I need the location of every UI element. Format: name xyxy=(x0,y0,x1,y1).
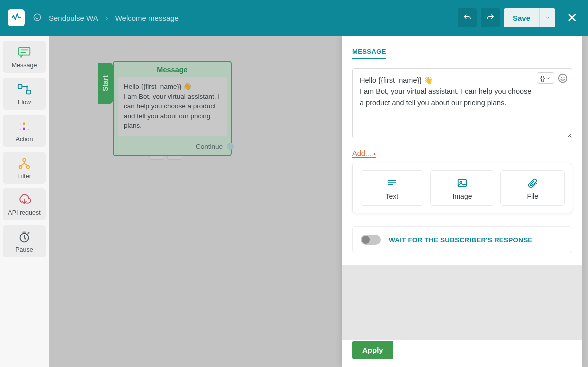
add-image-label: Image xyxy=(453,192,472,200)
tool-pause[interactable]: Pause xyxy=(3,225,46,257)
toolbox: Message Flow Action Filter API request P… xyxy=(0,36,49,367)
start-tag: Start xyxy=(98,63,113,104)
node-title: Message xyxy=(114,62,231,77)
redo-button[interactable] xyxy=(481,8,500,27)
connection-handle[interactable] xyxy=(227,143,234,150)
wait-response-toggle[interactable] xyxy=(361,235,381,245)
tool-filter[interactable]: Filter xyxy=(3,152,46,184)
emoji-picker-button[interactable] xyxy=(557,73,568,84)
tool-message[interactable]: Message xyxy=(3,41,46,73)
tool-message-label: Message xyxy=(12,62,37,69)
tool-api-request[interactable]: API request xyxy=(3,188,46,220)
tool-api-label: API request xyxy=(8,209,40,216)
add-image-option[interactable]: Image xyxy=(430,170,495,206)
close-button[interactable]: ✕ xyxy=(564,10,580,26)
svg-point-17 xyxy=(564,77,565,78)
tool-flow-label: Flow xyxy=(18,99,31,106)
svg-point-15 xyxy=(559,74,567,82)
whatsapp-icon xyxy=(33,13,42,23)
save-button[interactable]: Save xyxy=(504,8,539,27)
add-options: Text Image File xyxy=(352,163,572,213)
tool-flow[interactable]: Flow xyxy=(3,78,46,110)
breadcrumb-flow[interactable]: Welcome message xyxy=(112,12,182,24)
apply-button[interactable]: Apply xyxy=(352,341,393,359)
tool-pause-label: Pause xyxy=(15,246,33,253)
header-actions: Save ✕ xyxy=(458,8,580,27)
caret-up-icon: ▴ xyxy=(373,151,376,156)
svg-point-0 xyxy=(34,14,41,21)
add-text-label: Text xyxy=(385,192,398,200)
svg-rect-8 xyxy=(23,128,25,130)
edit-panel: MESSAGE Hello {{first_name}} 👋 I am Bot,… xyxy=(342,36,582,367)
message-node[interactable]: Start Message Hello {{first_name}} 👋 I a… xyxy=(113,61,232,156)
main-area: Message Flow Action Filter API request P… xyxy=(0,36,588,367)
svg-rect-4 xyxy=(18,85,22,89)
svg-point-16 xyxy=(561,77,562,78)
svg-rect-7 xyxy=(23,123,25,125)
add-file-label: File xyxy=(527,192,538,200)
tool-action[interactable]: Action xyxy=(3,115,46,147)
svg-rect-21 xyxy=(458,180,467,187)
node-footer: Continue xyxy=(114,140,231,155)
add-block-toggle[interactable]: Add... ▴ xyxy=(352,149,376,158)
undo-button[interactable] xyxy=(458,8,477,27)
add-label: Add... xyxy=(352,149,371,157)
save-dropdown-caret[interactable] xyxy=(539,8,555,27)
breadcrumb-separator: › xyxy=(105,13,108,23)
tool-filter-label: Filter xyxy=(17,173,31,180)
insert-variable-button[interactable]: {} xyxy=(537,72,554,84)
svg-point-11 xyxy=(27,166,30,169)
tool-action-label: Action xyxy=(16,136,33,143)
wait-response-row: WAIT FOR THE SUBSCRIBER'S RESPONSE xyxy=(352,226,572,253)
panel-tab-message[interactable]: MESSAGE xyxy=(352,48,386,59)
variable-pill-label: {} xyxy=(540,74,545,82)
svg-rect-1 xyxy=(19,48,30,55)
svg-point-10 xyxy=(19,166,22,169)
breadcrumb-bot[interactable]: Sendpulse WA xyxy=(46,12,101,24)
svg-point-6 xyxy=(27,86,28,87)
node-body-text: Hello {{first_name}} 👋 I am Bot, your vi… xyxy=(118,77,227,136)
add-file-option[interactable]: File xyxy=(500,170,565,206)
app-header: Sendpulse WA › Welcome message Save ✕ xyxy=(0,0,588,36)
panel-bottom-gap xyxy=(342,265,582,340)
continue-label: Continue xyxy=(196,143,223,150)
wait-response-label: WAIT FOR THE SUBSCRIBER'S RESPONSE xyxy=(389,236,533,244)
add-text-option[interactable]: Text xyxy=(360,170,424,206)
app-logo[interactable] xyxy=(8,9,25,26)
svg-rect-5 xyxy=(27,90,31,94)
breadcrumb: Sendpulse WA › Welcome message xyxy=(33,12,182,24)
save-button-group: Save xyxy=(504,8,555,27)
